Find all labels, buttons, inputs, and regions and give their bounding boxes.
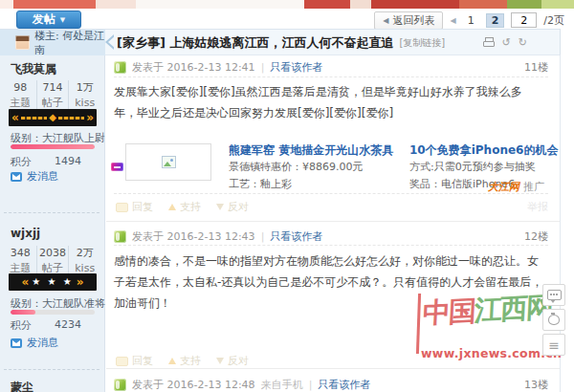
banner-fragment [507, 0, 541, 9]
pagination: ◀ 返回列表 ◀ 1 2 /2页 [374, 11, 564, 29]
from-mobile-label: 来自手机 [261, 378, 303, 392]
post-content: 发展靠大家[爱你][爱你]虽然江西是落后是清贫，但是毕竟好山好水养了我辣么多年，… [114, 81, 544, 123]
post-content: 感情的凑合，不是一味的指望对方在物质能怎么好怎么好，对你能过一味的忍让。女子若是… [114, 250, 544, 315]
banner-fragment [0, 0, 13, 9]
score-label: 积分 [11, 318, 32, 333]
stat-posts[interactable]: 2038 帖子 [37, 246, 70, 276]
username-link[interactable]: 蒙尘 [11, 380, 33, 392]
floor-number[interactable]: 12楼 [524, 229, 548, 244]
dropdown-caret-icon: ▼ [60, 16, 65, 24]
oppose-button[interactable]: 反对 [216, 354, 249, 368]
send-message-label: 发消息 [27, 336, 58, 350]
post-header: 发表于 2016-2-13 12:43 | 只看该作者 12楼 [114, 229, 548, 244]
thread-owner-cell[interactable]: 楼主: 何处是江南 [0, 30, 105, 55]
page-link-1[interactable]: 1 [463, 13, 479, 28]
post-action-bar: 回复 支持 反对 [116, 354, 548, 368]
ad-tag-icon[interactable] [111, 163, 123, 171]
post-header: 发表于 2016-2-13 12:48 来自手机 | 只看该作者 13楼 [114, 378, 548, 392]
back-to-list-button[interactable]: ◀ 返回列表 [374, 11, 443, 30]
owner-avatar[interactable] [15, 35, 30, 50]
post-time-label: 发表于 2016-2-13 12:41 [132, 60, 255, 75]
send-message-link[interactable]: 发消息 [11, 336, 58, 350]
page-link-2-current[interactable]: 2 [486, 13, 505, 28]
username-link[interactable]: wjxjj [11, 227, 40, 240]
only-author-link[interactable]: 只看该作者 [270, 229, 322, 244]
reply-bubble-icon [116, 203, 128, 212]
share-forward-icon[interactable]: ↻ [519, 37, 527, 48]
print-icon[interactable] [483, 37, 495, 48]
stat-value: 348 [5, 246, 36, 261]
banner-fragment [350, 0, 371, 9]
only-author-link[interactable]: 只看该作者 [318, 378, 370, 392]
badge-diamond-icon: ◆ [49, 113, 56, 122]
copy-link[interactable]: [复制链接] [399, 36, 445, 50]
stat-value: 2万 [69, 246, 100, 261]
divider: | [261, 61, 265, 74]
score-value: 4234 [55, 318, 81, 333]
lamp-icon [548, 315, 560, 325]
banner-image-strip [0, 0, 574, 9]
quick-reply-button[interactable] [542, 284, 565, 306]
thread-title-wrap: [家乡事] 上海姑娘逃离江西，江西人何不奋起直追 [复制链接] [117, 30, 445, 55]
banner-fragment [136, 0, 304, 9]
reply-label: 回复 [132, 200, 153, 214]
ad-product-column: 熊建军窑 黄地描金开光山水茶具 景德镇特惠价：¥8869.00元 工艺：釉上彩 [229, 143, 393, 194]
owner-cell-pointer-inner [108, 35, 116, 49]
thumbs-down-icon [216, 358, 224, 364]
reply-label: 回复 [132, 354, 153, 368]
username-link[interactable]: 飞我莫属 [11, 61, 56, 77]
support-button[interactable]: 支持 [168, 200, 201, 214]
post-separator [106, 221, 560, 222]
reply-bubble-icon [116, 357, 128, 366]
thread-header-row: 楼主: 何处是江南 [家乡事] 上海姑娘逃离江西，江西人何不奋起直追 [复制链接… [0, 29, 561, 55]
stat-value: 98 [5, 80, 36, 96]
banner-fragment [371, 0, 459, 9]
post-time-label: 发表于 2016-2-13 12:43 [132, 229, 255, 244]
stat-threads[interactable]: 98 主题 [5, 80, 37, 111]
user-stats: 348 主题 2038 帖子 2万 kiss [5, 246, 100, 276]
score-row: 积分 4234 [11, 318, 81, 333]
thread-owner-label: 楼主: 何处是江南 [34, 29, 105, 57]
ad-product-title-link[interactable]: 熊建军窑 黄地描金开光山水茶具 [229, 143, 393, 157]
floor-number[interactable]: 11楼 [524, 60, 548, 75]
page-jump-input[interactable] [511, 12, 537, 28]
divider: | [309, 379, 313, 391]
report-link[interactable]: 举报 [527, 200, 548, 214]
level-progress-bar [11, 144, 95, 149]
ad-price-line: 景德镇特惠价：¥8869.00元 [229, 161, 393, 173]
comment-bubble-icon [547, 290, 562, 300]
share-back-icon[interactable]: ↺ [502, 37, 511, 48]
stat-value: 2038 [37, 246, 69, 261]
envelope-icon [11, 338, 22, 348]
oppose-label: 反对 [228, 200, 249, 214]
badge-chevron-left-icon: « [22, 276, 30, 288]
thumbs-up-icon [168, 358, 176, 364]
thread-title-icons: ↺ ↻ [483, 37, 527, 48]
reply-button[interactable]: 回复 [116, 200, 153, 214]
ad-promo-title-link[interactable]: 10个免费拿iPhone6的机会 [409, 143, 558, 157]
ad-image-placeholder[interactable] [125, 143, 211, 181]
post-time-label: 发表于 2016-2-13 12:48 [132, 378, 255, 392]
page-total-label: /2页 [543, 13, 564, 28]
support-button[interactable]: 支持 [168, 354, 201, 368]
send-message-link[interactable]: 发消息 [11, 169, 58, 184]
post-header-divider [114, 76, 548, 77]
reply-button[interactable]: 回复 [116, 354, 153, 368]
stat-kiss[interactable]: 1万 kiss [69, 80, 100, 111]
banner-fragment [541, 0, 574, 9]
stat-kiss[interactable]: 2万 kiss [69, 246, 100, 276]
only-author-link[interactable]: 只看该作者 [270, 60, 322, 75]
prev-page-button[interactable]: ◀ [450, 16, 455, 25]
props-button[interactable] [542, 309, 565, 331]
post-status-icon [114, 230, 126, 243]
oppose-button[interactable]: 反对 [216, 200, 249, 214]
sponsor-logo[interactable]: 大江网 [488, 180, 519, 194]
new-post-button[interactable]: 发帖 ▼ [16, 11, 81, 29]
support-label: 支持 [180, 200, 201, 214]
stat-posts[interactable]: 714 帖子 [37, 80, 70, 111]
badge-stars-icon: ★ ★ ★ [32, 277, 73, 287]
thread-list-button[interactable]: ≡ [542, 334, 565, 356]
stat-threads[interactable]: 348 主题 [5, 246, 37, 276]
floor-number[interactable]: 13楼 [524, 378, 548, 392]
score-label: 积分 [11, 155, 32, 169]
